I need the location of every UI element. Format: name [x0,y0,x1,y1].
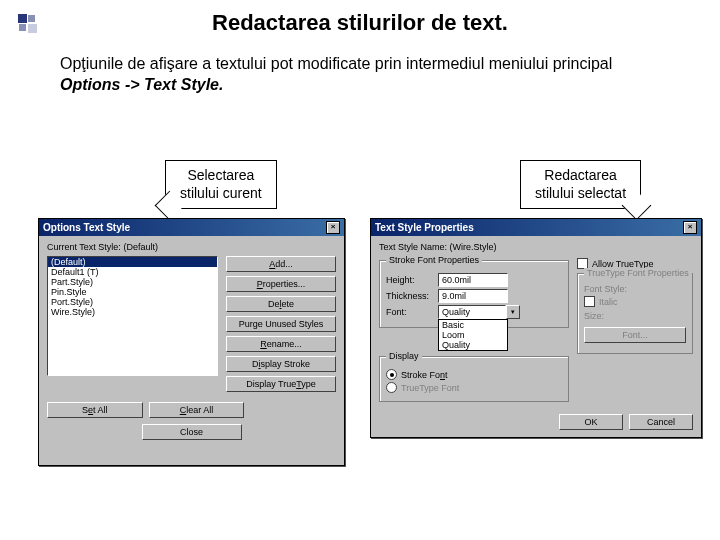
list-item[interactable]: Default1 (T) [48,267,217,277]
checkbox-label: Italic [599,297,618,307]
close-button[interactable]: Close [142,424,242,440]
style-name-value: (Wire.Style) [450,242,497,252]
dialog-title: Options Text Style [43,222,130,233]
list-item[interactable]: (Default) [48,257,217,267]
close-icon[interactable]: × [683,221,697,234]
current-style-label: Current Text Style: [47,242,121,252]
intro-text: Opţiunile de afişare a textului pot modi… [60,54,660,96]
style-listbox[interactable]: (Default) Default1 (T) Part.Style) Pin.S… [47,256,218,376]
rename-button[interactable]: Rename... [226,336,336,352]
list-item[interactable]: Part.Style) [48,277,217,287]
purge-button[interactable]: Purge Unused Styles [226,316,336,332]
style-name-label: Text Style Name: [379,242,447,252]
titlebar[interactable]: Options Text Style × [39,219,344,236]
ok-button[interactable]: OK [559,414,623,430]
dropdown-option[interactable]: Loom [439,330,507,340]
display-group: Display Stroke Font TrueType Font [379,356,569,402]
font-combo-value: Quality [438,305,506,319]
clear-all-button[interactable]: Clear All [149,402,245,418]
properties-button[interactable]: Properties... [226,276,336,292]
thickness-label: Thickness: [386,291,434,301]
truetype-font-group: TrueType Font Properties Font Style: Ita… [577,273,693,354]
dropdown-option[interactable]: Quality [439,340,507,350]
callout-line: Redactarea [535,167,626,185]
thickness-field[interactable]: 9.0mil [438,289,508,303]
add-button[interactable]: Add... [226,256,336,272]
checkbox-label: Allow TrueType [592,259,654,269]
fontstyle-label: Font Style: [584,284,686,294]
chevron-down-icon[interactable]: ▾ [506,305,520,319]
callout-select-style: Selectarea stilului curent [165,160,277,209]
group-legend: TrueType Font Properties [584,268,692,278]
callout-line: Selectarea [180,167,262,185]
dialog-options-text-style: Options Text Style × Current Text Style:… [38,218,345,466]
dialog-text-style-properties: Text Style Properties × Text Style Name:… [370,218,702,438]
list-item[interactable]: Port.Style) [48,297,217,307]
close-icon[interactable]: × [326,221,340,234]
font-combo[interactable]: Quality ▾ [438,305,520,319]
font-dropdown-list[interactable]: Basic Loom Quality [438,319,508,351]
italic-checkbox: Italic [584,296,686,307]
current-style-value: (Default) [123,242,158,252]
group-legend: Display [386,351,422,361]
stroke-font-group: Stroke Font Properties Height: 60.0mil T… [379,260,569,328]
group-legend: Stroke Font Properties [386,255,482,265]
radio-stroke-font[interactable]: Stroke Font [386,369,562,380]
list-item[interactable]: Wire.Style) [48,307,217,317]
dropdown-option[interactable]: Basic [439,320,507,330]
callout-edit-style: Redactarea stilului selectat [520,160,641,209]
radio-label: Stroke Font [401,370,448,380]
font-label: Font: [386,307,434,317]
radio-label: TrueType Font [401,383,459,393]
callout-line: stilului selectat [535,185,626,203]
titlebar[interactable]: Text Style Properties × [371,219,701,236]
intro-emphasis: Options -> Text Style. [60,76,223,93]
height-field[interactable]: 60.0mil [438,273,508,287]
page-title: Redactarea stilurilor de text. [0,10,720,36]
checkbox-icon [584,296,595,307]
cancel-button[interactable]: Cancel [629,414,693,430]
dialog-title: Text Style Properties [375,222,474,233]
set-all-button[interactable]: Set All [47,402,143,418]
radio-icon [386,369,397,380]
size-label: Size: [584,311,686,321]
height-label: Height: [386,275,434,285]
radio-truetype-font: TrueType Font [386,382,562,393]
intro-prefix: Opţiunile de afişare a textului pot modi… [60,55,612,72]
font-button: Font... [584,327,686,343]
display-stroke-button[interactable]: Display Stroke [226,356,336,372]
delete-button[interactable]: Delete [226,296,336,312]
display-truetype-button[interactable]: Display TrueType [226,376,336,392]
callout-line: stilului curent [180,185,262,203]
list-item[interactable]: Pin.Style [48,287,217,297]
radio-icon [386,382,397,393]
